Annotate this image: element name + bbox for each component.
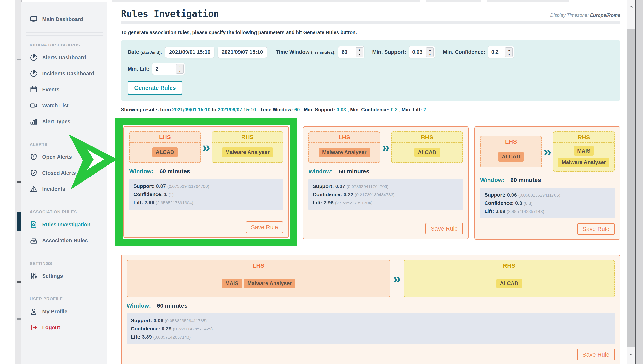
page-subtitle: To generate association rules, please sp… — [121, 30, 620, 35]
support-row: Support: 0.07 (0.073529411764706) — [134, 182, 279, 190]
sidebar-item-rules-investigation[interactable]: Rules Investigation — [22, 216, 107, 232]
window-row: Window: 60 minutes — [126, 302, 615, 309]
rule-card: LHS Malware Analyser » RHS ALCAD Window:… — [303, 126, 468, 239]
sidebar-item-my-profile[interactable]: My Profile — [22, 304, 107, 320]
save-rule-button[interactable]: Save Rule — [577, 349, 615, 360]
alert-type-tag: MAIS — [574, 146, 594, 156]
confidence-row: Confidence: 1 (1) — [134, 190, 279, 198]
spinner-up-button[interactable]: ▲ — [506, 48, 512, 52]
summary-text: to — [210, 107, 218, 112]
sidebar-item-association-rules[interactable]: Association Rules — [22, 232, 107, 248]
date-label: Date (start/end): — [128, 49, 162, 55]
rule-pair-row: LHS ALCAD » RHS MAISMalware Analyser — [480, 132, 615, 172]
rhs-box: RHS Malware Analyser — [212, 131, 283, 163]
rhs-label: RHS — [554, 132, 614, 143]
window-value: 60 minutes — [339, 168, 369, 174]
rhs-tags: Malware Analyser — [212, 143, 283, 162]
min-support-input[interactable]: 0.03 ▲▼ — [409, 46, 435, 58]
time-window-value[interactable]: 60 — [342, 49, 352, 55]
min-support-label: Min. Support: — [372, 49, 406, 55]
date-start-input[interactable]: 2021/09/01 15:10 — [165, 46, 214, 58]
min-confidence-value[interactable]: 0.2 — [491, 49, 502, 55]
lhs-label: LHS — [127, 260, 390, 271]
sidebar-item-label: My Profile — [42, 308, 67, 315]
sidebar-item-alerts-dashboard[interactable]: Alerts Dashboard — [22, 50, 107, 66]
spinner-up-button[interactable]: ▲ — [426, 48, 434, 52]
sidebar-item-settings[interactable]: Settings — [22, 268, 107, 284]
summary-text: , Min. Lift: — [398, 107, 423, 112]
sidebar-item-label: Main Dashboard — [42, 16, 83, 22]
date-end-input[interactable]: 2021/09/07 15:10 — [218, 46, 267, 58]
min-lift-value[interactable]: 2 — [156, 66, 173, 72]
lhs-label: LHS — [309, 132, 380, 143]
rhs-tags: MAISMalware Analyser — [554, 143, 614, 171]
spinner-up-button[interactable]: ▲ — [176, 64, 184, 69]
sidebar-item-alert-types[interactable]: Alert Types — [22, 114, 107, 130]
lhs-tags: ALCAD — [130, 143, 200, 162]
sidebar-item-incidents[interactable]: Incidents — [22, 181, 107, 197]
confidence-row: Confidence: 0.22 (0.21739130434783) — [313, 190, 459, 198]
sidebar-item-label: Events — [42, 86, 60, 93]
scroll-down-icon[interactable] — [627, 350, 635, 359]
scrollbar-thumb[interactable] — [628, 29, 635, 347]
sidebar-item-events[interactable]: Events — [22, 82, 107, 98]
alert-type-tag: ALCAD — [496, 279, 522, 288]
sidebar-item-open-alerts[interactable]: Open Alerts — [22, 149, 107, 165]
save-rule-button[interactable]: Save Rule — [246, 222, 283, 233]
archive-box-icon — [30, 236, 38, 244]
time-window-input[interactable]: 60 ▲▼ — [338, 46, 364, 58]
spinner-up-button[interactable]: ▲ — [356, 48, 363, 52]
min-confidence-input[interactable]: 0.2 ▲▼ — [488, 46, 514, 58]
lift-row: Lift: 2.96 (2.9565217391304) — [313, 198, 459, 207]
sliver-mark — [17, 181, 22, 183]
sidebar-section: SETTINGS Settings — [22, 254, 107, 284]
lhs-label: LHS — [130, 132, 200, 143]
lhs-tags: MAISMalware Analyser — [127, 271, 390, 297]
user-icon — [30, 308, 38, 316]
lhs-box: LHS ALCAD — [129, 131, 201, 163]
sidebar-divider — [26, 202, 102, 202]
summary-value: 0.03 — [336, 107, 346, 112]
shield-check-icon — [30, 169, 38, 177]
min-lift-input[interactable]: 2 ▲▼ — [152, 63, 185, 75]
browser-scrollbar[interactable] — [627, 0, 635, 364]
window-value: 60 minutes — [160, 168, 190, 174]
sliders-icon — [30, 272, 38, 280]
sidebar-section-header: ASSOCIATION RULES — [22, 205, 107, 216]
rule-card: LHS MAISMalware Analyser » RHS ALCAD Win… — [121, 254, 620, 364]
sidebar-item-incidents-dashboard[interactable]: Incidents Dashboard — [22, 66, 107, 82]
save-row: Save Rule — [129, 217, 283, 233]
rule-pair-row: LHS ALCAD » RHS Malware Analyser — [129, 131, 283, 163]
monitor-icon — [30, 15, 38, 24]
alert-type-tag: ALCAD — [414, 148, 440, 157]
save-rule-button[interactable]: Save Rule — [426, 223, 463, 234]
time-window-label: Time Window (in minutes): — [276, 49, 336, 55]
sidebar-item-main-dashboard[interactable]: Main Dashboard — [22, 11, 107, 27]
main-panel: Rules Invetigation Display Timezone: Eur… — [107, 2, 624, 364]
spinner-down-button[interactable]: ▼ — [356, 52, 363, 56]
rhs-label: RHS — [404, 260, 614, 271]
sidebar-item-logout[interactable]: Logout — [22, 320, 107, 336]
spinner-down-button[interactable]: ▼ — [426, 52, 434, 56]
calendar-icon — [30, 86, 38, 94]
sidebar-item-closed-alerts[interactable]: Closed Alerts — [22, 165, 107, 181]
generate-rules-button[interactable]: Generate Rules — [128, 81, 182, 95]
rhs-label: RHS — [392, 132, 462, 143]
page-title: Rules Invetigation — [121, 8, 219, 19]
spinner-down-button[interactable]: ▼ — [506, 52, 512, 56]
scroll-up-icon[interactable] — [627, 3, 635, 11]
rule-card: LHS ALCAD » RHS MAISMalware Analyser Win… — [474, 126, 620, 240]
spinner-down-button[interactable]: ▼ — [176, 69, 184, 73]
sidebar-item-watch-list[interactable]: Watch List — [22, 98, 107, 114]
min-support-value[interactable]: 0.03 — [412, 49, 423, 55]
logout-icon — [30, 324, 38, 332]
sidebar-item-label: Watch List — [42, 102, 69, 109]
save-row: Save Rule — [480, 218, 615, 235]
alert-type-tag: Malware Analyser — [222, 148, 273, 157]
rule-cards-row: LHS ALCAD » RHS Malware Analyser Window:… — [121, 126, 620, 246]
alert-type-tag: Malware Analyser — [244, 279, 295, 288]
timezone-value: Europe/Rome — [590, 12, 620, 18]
save-rule-button[interactable]: Save Rule — [577, 223, 615, 235]
annotation-highlight-box: LHS ALCAD » RHS Malware Analyser Window:… — [116, 118, 297, 246]
lhs-tags: Malware Analyser — [309, 143, 380, 162]
